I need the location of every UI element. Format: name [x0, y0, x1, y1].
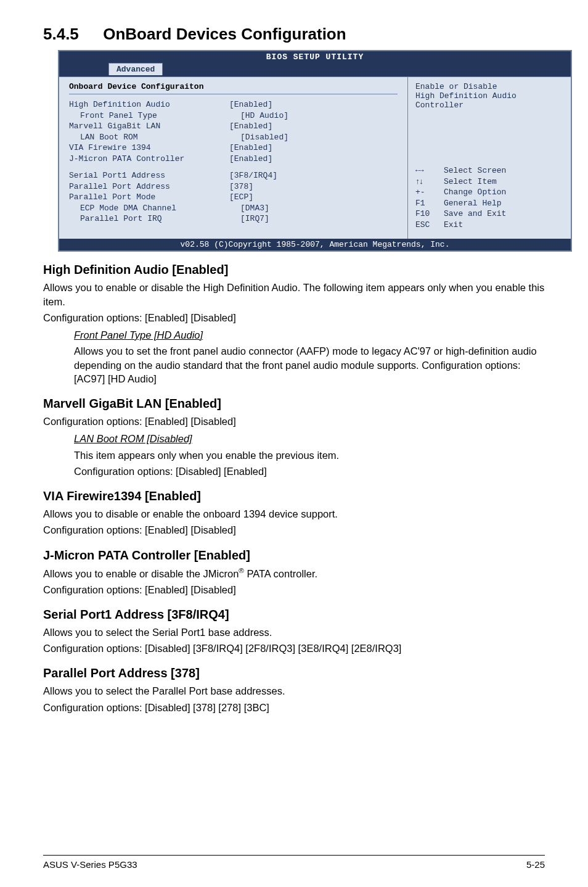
item-heading-via: VIA Firewire1394 [Enabled] [43, 489, 545, 503]
body-text: Allows you to set the front panel audio … [74, 344, 542, 386]
body-text: Configuration options: [Disabled] [3F8/I… [43, 642, 545, 655]
bios-label: Front Panel Type [69, 110, 240, 122]
bios-tab-advanced[interactable]: Advanced [108, 63, 163, 75]
body-text: Allows you to disable or enable the onbo… [43, 507, 545, 521]
bios-label: VIA Firewire 1394 [69, 142, 229, 154]
section-heading: 5.4.5 OnBoard Devices Configuration [43, 25, 545, 44]
bios-value[interactable]: [ECP] [229, 192, 398, 203]
bios-copyright: v02.58 (C)Copyright 1985-2007, American … [59, 239, 571, 250]
item-heading-jmicron: J-Micron PATA Controller [Enabled] [43, 548, 545, 563]
arrows-ud-icon: ↑↓ [415, 176, 444, 188]
key-label: +- [415, 187, 444, 198]
bios-group-2: Serial Port1 Address[3F8/IRQ4] Parallel … [69, 170, 398, 225]
bios-label: J-Micron PATA Controller [69, 154, 229, 165]
item-heading-serial: Serial Port1 Address [3F8/IRQ4] [43, 608, 545, 622]
sub-heading: LAN Boot ROM [Disabled] [74, 433, 192, 444]
bios-value[interactable]: [Disabled] [240, 132, 398, 143]
bios-label: LAN Boot ROM [69, 132, 240, 143]
bios-value[interactable]: [Enabled] [229, 121, 398, 132]
footer-left: ASUS V-Series P5G33 [43, 859, 137, 870]
key-label: F10 [415, 208, 444, 220]
section-number: 5.4.5 [43, 25, 99, 44]
body-text: Configuration options: [Enabled] [Disabl… [43, 583, 545, 596]
bios-label: Parallel Port Address [69, 181, 229, 192]
body-text: Configuration options: [Enabled] [Disabl… [43, 311, 545, 324]
bios-value[interactable]: [HD Audio] [240, 110, 398, 122]
sub-heading: Front Panel Type [HD Audio] [74, 329, 203, 340]
bios-value[interactable]: [Enabled] [229, 154, 398, 165]
arrows-lr-icon: ←→ [415, 165, 444, 176]
body-text: Configuration options: [Enabled] [Disabl… [43, 523, 545, 537]
body-text: Allows you to enable or disable the JMic… [43, 566, 545, 580]
bios-panel-heading: Onboard Device Configuraiton [69, 82, 398, 91]
body-text: This item appears only when you enable t… [74, 448, 542, 462]
bios-label: Parallel Port IRQ [69, 213, 240, 225]
bios-help-text: Enable or Disable High Definition Audio … [415, 82, 563, 110]
body-text: Allows you to select the Parallel Port b… [43, 684, 545, 698]
body-text: Allows you to enable or disable the High… [43, 281, 545, 308]
bios-label: Parallel Port Mode [69, 192, 229, 203]
item-heading-hda: High Definition Audio [Enabled] [43, 263, 545, 277]
footer-page-number: 5-25 [526, 859, 545, 870]
bios-label: Marvell GigaBit LAN [69, 121, 229, 132]
bios-value[interactable]: [Enabled] [229, 99, 398, 110]
bios-value[interactable]: [Enabled] [229, 142, 398, 154]
section-title: OnBoard Devices Configuration [103, 25, 346, 43]
bios-title: BIOS SETUP UTILITY [59, 51, 571, 63]
body-text: Configuration options: [Enabled] [Disabl… [43, 415, 545, 428]
bios-group-1: High Definition Audio[Enabled] Front Pan… [69, 99, 398, 164]
bios-label: Serial Port1 Address [69, 170, 229, 181]
bios-label: High Definition Audio [69, 99, 229, 110]
bios-label: ECP Mode DMA Channel [69, 203, 240, 214]
divider [69, 94, 398, 94]
bios-panel: BIOS SETUP UTILITY Advanced Onboard Devi… [58, 50, 572, 252]
body-text: Allows you to select the Serial Port1 ba… [43, 625, 545, 639]
bios-value[interactable]: [378] [229, 181, 398, 192]
key-label: ESC [415, 220, 444, 231]
bios-value[interactable]: [3F8/IRQ4] [229, 170, 398, 181]
item-heading-parallel: Parallel Port Address [378] [43, 666, 545, 680]
bios-value[interactable]: [DMA3] [240, 203, 398, 214]
body-text: Configuration options: [Disabled] [Enabl… [74, 464, 542, 478]
key-label: F1 [415, 198, 444, 209]
bios-value[interactable]: [IRQ7] [240, 213, 398, 225]
item-heading-lan: Marvell GigaBit LAN [Enabled] [43, 397, 545, 411]
body-text: Configuration options: [Disabled] [378] … [43, 701, 545, 714]
bios-key-help: ←→Select Screen ↑↓Select Item +-Change O… [415, 165, 563, 230]
